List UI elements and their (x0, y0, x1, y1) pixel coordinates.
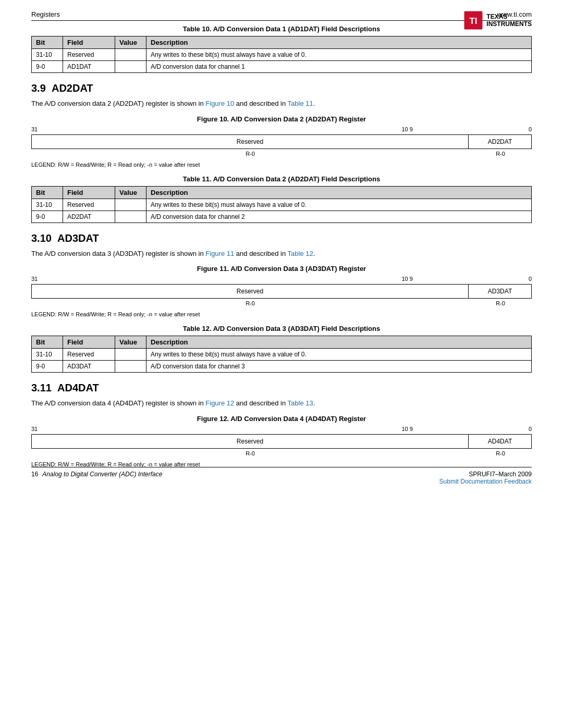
col-header-value: Value (115, 36, 146, 49)
table-row: 31-10 Reserved Any writes to these bit(s… (32, 349, 532, 361)
figure11-caption: Figure 11. A/D Conversion Data 3 (AD3DAT… (31, 265, 532, 273)
bit-label-31: 31 (31, 126, 38, 132)
cell-desc: Any writes to these bit(s) must always h… (146, 49, 532, 61)
table-row: 9-0 AD1DAT A/D conversion data for chann… (32, 61, 532, 73)
cell-desc: A/D conversion data for channel 2 (146, 211, 532, 223)
table-row: 9-0 AD2DAT A/D conversion data for chann… (32, 211, 532, 223)
figure12-caption: Figure 12. A/D Conversion Data 4 (AD4DAT… (31, 415, 532, 423)
reg-reset-reserved: R-0 (31, 449, 469, 458)
col-header-field: Field (63, 36, 115, 49)
svg-text:TI: TI (470, 16, 478, 26)
cell-bit: 9-0 (32, 61, 63, 73)
section-310-heading: 3.10 AD3DAT (31, 232, 532, 244)
col-header-desc: Description (146, 36, 532, 49)
cell-desc: Any writes to these bit(s) must always h… (146, 349, 532, 361)
ti-logo-text: Texas Instruments (486, 13, 532, 28)
reg-data-field: AD3DAT (469, 285, 531, 298)
figure11-legend: LEGEND: R/W = Read/Write; R = Read only;… (31, 311, 532, 317)
reg-reset-reserved: R-0 (31, 299, 469, 308)
col-header-field: Field (63, 186, 115, 199)
section-39-para: The A/D conversion data 2 (AD2DAT) regis… (31, 98, 532, 109)
cell-value (115, 61, 146, 73)
figure10-legend: LEGEND: R/W = Read/Write; R = Read only;… (31, 162, 532, 168)
cell-field: Reserved (63, 49, 115, 61)
cell-bit: 31-10 (32, 349, 63, 361)
table12-link[interactable]: Table 12 (288, 250, 313, 257)
reg-reset-row: R-0 R-0 (31, 299, 532, 308)
reg-reset-row: R-0 R-0 (31, 449, 532, 458)
reg-reserved-field: Reserved (32, 135, 469, 149)
col-header-value: Value (115, 336, 146, 349)
bit-label-31: 31 (31, 276, 38, 282)
cell-field: AD2DAT (63, 211, 115, 223)
section-39-heading: 3.9 AD2DAT (31, 82, 532, 94)
table13-link[interactable]: Table 13 (288, 399, 313, 407)
figure12-diagram: 31 10 9 0 Reserved AD4DAT R-0 R-0 (31, 426, 532, 458)
figure10-link[interactable]: Figure 10 (205, 100, 234, 107)
bit-label-0: 0 (529, 126, 532, 132)
section-310-para: The A/D conversion data 3 (AD3DAT) regis… (31, 249, 532, 259)
col-header-field: Field (63, 336, 115, 349)
cell-bit: 31-10 (32, 199, 63, 211)
reg-reset-data: R-0 (469, 449, 532, 458)
cell-bit: 9-0 (32, 211, 63, 223)
footer-doc-id: SPRUFI7–March 2009 (439, 471, 532, 478)
cell-value (115, 361, 146, 373)
table11-link[interactable]: Table 11 (288, 100, 313, 107)
cell-desc: A/D conversion data for channel 1 (146, 61, 532, 73)
table12: Bit Field Value Description 31-10 Reserv… (31, 336, 532, 373)
section-311-para: The A/D conversion data 4 (AD4DAT) regis… (31, 398, 532, 409)
col-header-desc: Description (146, 336, 532, 349)
table11: Bit Field Value Description 31-10 Reserv… (31, 186, 532, 223)
cell-desc: Any writes to these bit(s) must always h… (146, 199, 532, 211)
reg-fields-row: Reserved AD3DAT (31, 284, 532, 299)
bit-label-0: 0 (529, 426, 532, 432)
cell-field: Reserved (63, 349, 115, 361)
header-section-label: Registers (31, 10, 60, 18)
col-header-bit: Bit (32, 336, 63, 349)
footer-right: SPRUFI7–March 2009 Submit Documentation … (439, 471, 532, 485)
bit-label-10-9: 10 9 (401, 276, 412, 282)
reg-reserved-field: Reserved (32, 435, 469, 448)
figure12-link[interactable]: Figure 12 (205, 399, 234, 407)
col-header-bit: Bit (32, 36, 63, 49)
footer-feedback[interactable]: Submit Documentation Feedback (439, 478, 532, 485)
table-row: 9-0 AD3DAT A/D conversion data for chann… (32, 361, 532, 373)
reg-data-field: AD2DAT (469, 135, 531, 149)
bit-label-31: 31 (31, 426, 38, 432)
footer-page-number: 16 (31, 471, 38, 478)
ti-logo-icon: TI (463, 10, 483, 30)
reg-data-field: AD4DAT (469, 435, 531, 448)
figure11-link[interactable]: Figure 11 (205, 250, 234, 257)
reg-fields-row: Reserved AD4DAT (31, 434, 532, 449)
cell-field: Reserved (63, 199, 115, 211)
page-header: Registers www.ti.com (31, 10, 532, 21)
table-row: 31-10 Reserved Any writes to these bit(s… (32, 199, 532, 211)
cell-field: AD3DAT (63, 361, 115, 373)
footer-left: 16 Analog to Digital Converter (ADC) Int… (31, 471, 162, 478)
bit-label-10-9: 10 9 (401, 426, 412, 432)
figure10-caption: Figure 10. A/D Conversion Data 2 (AD2DAT… (31, 115, 532, 123)
reg-fields-row: Reserved AD2DAT (31, 134, 532, 149)
reg-reset-data: R-0 (469, 149, 532, 158)
ti-logo: TI Texas Instruments (463, 10, 532, 30)
cell-field: AD1DAT (63, 61, 115, 73)
table10: Bit Field Value Description 31-10 Reserv… (31, 36, 532, 73)
bit-label-10-9: 10 9 (401, 126, 412, 132)
table12-caption: Table 12. A/D Conversion Data 3 (AD3DAT)… (31, 325, 532, 332)
bit-label-0: 0 (529, 276, 532, 282)
reg-reset-row: R-0 R-0 (31, 149, 532, 158)
reg-reserved-field: Reserved (32, 285, 469, 298)
footer-doc-title: Analog to Digital Converter (ADC) Interf… (42, 471, 162, 478)
cell-value (115, 211, 146, 223)
table10-caption: Table 10. A/D Conversion Data 1 (AD1DAT)… (31, 25, 532, 33)
cell-bit: 9-0 (32, 361, 63, 373)
cell-bit: 31-10 (32, 49, 63, 61)
reg-reset-data: R-0 (469, 299, 532, 308)
col-header-bit: Bit (32, 186, 63, 199)
cell-value (115, 199, 146, 211)
feedback-link[interactable]: Submit Documentation Feedback (439, 478, 532, 485)
figure10-diagram: 31 10 9 0 Reserved AD2DAT R-0 R-0 (31, 126, 532, 158)
cell-value (115, 349, 146, 361)
reg-reset-reserved: R-0 (31, 149, 469, 158)
